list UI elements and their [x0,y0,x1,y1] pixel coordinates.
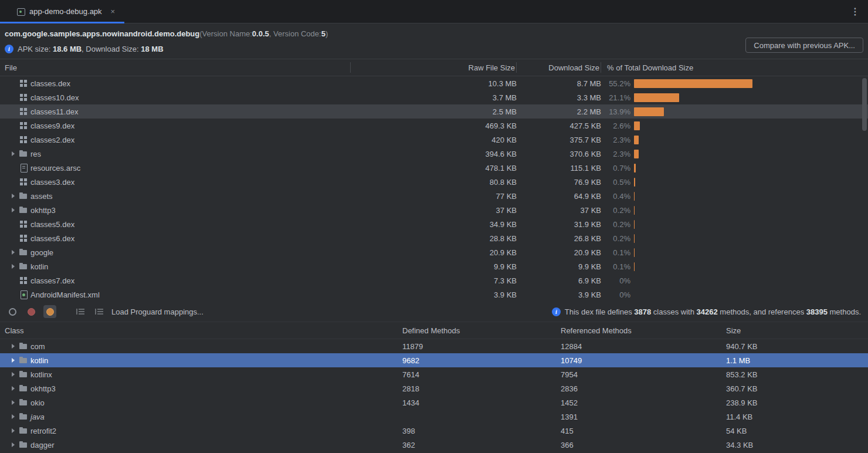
percent-of-total: 2.6% [601,121,630,130]
dex-summary-text: This dex file defines 3878 classes with … [565,307,861,316]
class-size: 360.7 KB [726,384,868,393]
class-row[interactable]: kotlinx76147954853.2 KB [0,367,868,381]
vertical-scrollbar[interactable] [861,77,867,301]
file-row[interactable]: okhttp337 KB37 KB0.2% [0,203,868,217]
package-folder-icon [19,426,28,435]
chevron-right-icon[interactable] [12,264,15,269]
dex-file-icon [19,177,28,187]
download-size-bar [634,178,635,187]
column-header-referenced-methods[interactable]: Referenced Methods [561,326,726,335]
column-header-percent[interactable]: % of Total Download Size [601,62,868,73]
show-methods-button[interactable] [25,305,38,318]
chevron-right-icon[interactable] [12,428,15,433]
class-size: 11.4 KB [726,413,868,421]
referenced-methods-count: 2836 [561,384,726,393]
chevron-right-icon[interactable] [12,372,15,377]
raw-file-size: 20.9 KB [351,248,517,257]
class-name: com [30,342,45,351]
download-size: 3.9 KB [517,290,601,299]
download-size-bar [634,192,635,201]
file-row[interactable]: classes6.dex28.8 KB26.8 KB0.2% [0,231,868,245]
download-size-bar [634,136,639,144]
load-proguard-mappings-link[interactable]: Load Proguard mappings... [111,307,204,316]
column-header-raw-size[interactable]: Raw File Size [351,62,517,73]
chevron-right-icon[interactable] [12,442,15,447]
raw-file-size: 7.3 KB [351,276,517,285]
file-row[interactable]: classes9.dex469.3 KB427.5 KB2.6% [0,119,868,133]
column-header-class[interactable]: Class [0,326,402,335]
download-size: 8.7 MB [517,79,601,88]
column-header-download-size[interactable]: Download Size [517,62,601,73]
class-row[interactable]: kotlin9682107491.1 MB [0,353,868,367]
class-row[interactable]: okio14341452238.9 KB [0,395,868,410]
defined-methods-count: 398 [402,427,561,435]
file-name: resources.arsc [30,164,80,173]
raw-file-size: 394.6 KB [351,150,517,158]
file-row[interactable]: classes11.dex2.5 MB2.2 MB13.9% [0,104,868,119]
chevron-right-icon[interactable] [12,358,15,363]
file-row[interactable]: classes7.dex7.3 KB6.9 KB0% [0,273,868,288]
file-row[interactable]: classes3.dex80.8 KB76.9 KB0.5% [0,175,868,189]
folder-icon [19,262,28,271]
file-row[interactable]: resources.arsc478.1 KB115.1 KB0.7% [0,161,868,175]
file-row[interactable]: classes2.dex420 KB375.7 KB2.3% [0,133,868,147]
column-header-file[interactable]: File [0,62,351,73]
download-size: 427.5 KB [517,121,601,130]
file-row[interactable]: AndroidManifest.xml3.9 KB3.9 KB0% [0,288,868,302]
show-fields-button[interactable] [6,305,19,318]
show-fields-icon [9,308,16,316]
class-table: Class Defined Methods Referenced Methods… [0,322,868,452]
chevron-right-icon[interactable] [12,386,15,391]
percent-of-total: 0.4% [601,192,630,201]
raw-file-size: 34.9 KB [351,220,517,229]
expand-all-button[interactable] [74,305,87,318]
class-row[interactable]: okhttp328182836360.7 KB [0,381,868,395]
kebab-menu-icon[interactable]: ⋮ [842,0,868,23]
raw-file-size: 28.8 KB [351,234,517,243]
column-header-size[interactable]: Size [726,326,868,335]
class-row[interactable]: retrofit239841554 KB [0,424,868,438]
file-row[interactable]: res394.6 KB370.6 KB2.3% [0,147,868,161]
compare-apk-button[interactable]: Compare with previous APK... [745,38,863,53]
class-row[interactable]: dagger36236634.3 KB [0,438,868,452]
chevron-right-icon[interactable] [12,414,15,419]
file-table-header: File Raw File Size Download Size % of To… [0,59,868,76]
chevron-right-icon[interactable] [12,250,15,255]
file-row[interactable]: classes10.dex3.7 MB3.3 MB21.1% [0,90,868,104]
chevron-right-icon[interactable] [12,400,15,405]
collapse-all-button[interactable] [93,305,106,318]
raw-file-size: 3.9 KB [351,290,517,299]
close-icon[interactable]: × [110,7,117,16]
folder-icon [19,248,28,257]
tab-apk-analyzer[interactable]: app-demo-debug.apk × [0,0,124,23]
class-size: 34.3 KB [726,441,868,449]
file-rows: classes.dex10.3 MB8.7 MB55.2%classes10.d… [0,76,868,302]
percent-of-total: 0.1% [601,248,630,257]
chevron-right-icon[interactable] [12,344,15,349]
percent-of-total: 13.9% [601,107,630,116]
file-row[interactable]: classes5.dex34.9 KB31.9 KB0.2% [0,217,868,231]
column-header-defined-methods[interactable]: Defined Methods [402,326,561,335]
chevron-right-icon[interactable] [12,208,15,212]
file-name: assets [30,192,53,201]
chevron-right-icon[interactable] [12,194,15,198]
class-row[interactable]: java139111.4 KB [0,410,868,424]
show-references-button[interactable] [43,305,56,318]
scrollbar-thumb[interactable] [862,78,867,131]
download-size: 6.9 KB [517,276,601,285]
file-row[interactable]: google20.9 KB20.9 KB0.1% [0,245,868,259]
referenced-methods-count: 10749 [561,356,726,365]
referenced-methods-count: 7954 [561,370,726,379]
raw-file-size: 420 KB [351,136,517,144]
file-row[interactable]: assets77 KB64.9 KB0.4% [0,189,868,203]
class-table-header: Class Defined Methods Referenced Methods… [0,322,868,339]
file-table: File Raw File Size Download Size % of To… [0,59,868,302]
class-row[interactable]: com1187912884940.7 KB [0,339,868,353]
chevron-right-icon[interactable] [12,151,15,156]
file-row[interactable]: kotlin9.9 KB9.9 KB0.1% [0,259,868,273]
download-size: 2.2 MB [517,107,601,116]
package-folder-icon [19,412,28,421]
dex-file-icon [19,121,28,130]
percent-of-total: 0.5% [601,178,630,187]
file-row[interactable]: classes.dex10.3 MB8.7 MB55.2% [0,76,868,90]
